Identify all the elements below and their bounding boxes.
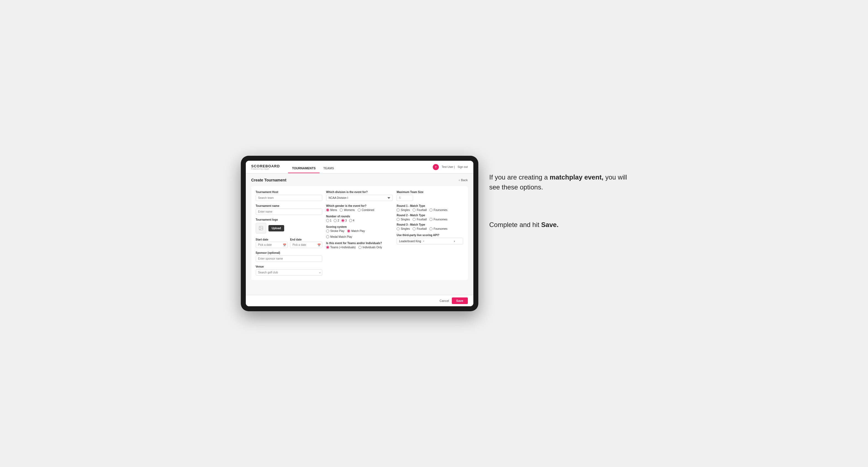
venue-label: Venue [256, 265, 322, 268]
radio-round1-foursomes[interactable]: Foursomes [429, 209, 447, 212]
sponsor-input[interactable] [256, 255, 322, 262]
calendar-icon-end: 📅 [317, 243, 321, 246]
radio-round2-singles[interactable]: Singles [397, 218, 410, 221]
max-team-size-label: Maximum Team Size [397, 191, 463, 194]
avatar: T [433, 164, 439, 170]
division-select[interactable]: NCAA Division I [326, 195, 393, 201]
tournament-logo-label: Tournament logo [256, 218, 322, 221]
radio-mens[interactable]: Mens [326, 209, 337, 212]
radio-round1-singles[interactable]: Singles [397, 209, 410, 212]
radio-match-play[interactable]: Match Play [347, 229, 365, 232]
image-icon [258, 226, 264, 230]
radio-round1-fourball[interactable]: Fourball [412, 209, 427, 212]
radio-stroke-play[interactable]: Stroke Play [326, 229, 344, 232]
upload-button[interactable]: Upload [269, 225, 284, 231]
cancel-button[interactable]: Cancel [440, 299, 449, 302]
annotation-top: If you are creating a matchplay event, y… [489, 172, 627, 192]
start-date-wrapper: 📅 [256, 242, 288, 248]
radio-round2-fourball[interactable]: Fourball [412, 218, 427, 221]
tablet-frame: SCOREBOARD Powered by clippit TOURNAMENT… [241, 156, 478, 311]
radio-round-1[interactable]: 1 [326, 219, 332, 222]
gender-group: Which gender is the event for? Mens Wome… [326, 205, 393, 212]
round1-match-label: Round 1 - Match Type [397, 205, 463, 208]
rounds-group: Number of rounds 1 2 [326, 215, 393, 222]
form-col-2: Which division is the event for? NCAA Di… [326, 191, 393, 276]
radio-medal-match[interactable]: Medal Match Play [326, 235, 352, 238]
round3-options: Singles Fourball Foursomes [397, 227, 463, 230]
radio-round-4[interactable]: 4 [349, 219, 354, 222]
page-body: Create Tournament ‹ Back Tournament Host [246, 174, 473, 295]
tab-tournaments[interactable]: TOURNAMENTS [288, 161, 319, 173]
scoring-group: Scoring system Stroke Play Match Play [326, 225, 393, 238]
scoring-radio-row: Stroke Play Match Play Medal Match Play [326, 229, 393, 238]
save-button[interactable]: Save [452, 298, 468, 304]
nav-right: T Test User | Sign out [433, 164, 468, 170]
radio-combined[interactable]: Combined [358, 209, 374, 212]
api-tag: Leaderboard King × [399, 240, 425, 243]
teams-label: Is this event for Teams and/or Individua… [326, 242, 393, 245]
sign-out-link[interactable]: Sign out [458, 165, 468, 168]
radio-individuals[interactable]: Individuals Only [359, 246, 382, 249]
calendar-icon: 📅 [283, 243, 286, 246]
gender-label: Which gender is the event for? [326, 205, 393, 208]
date-row: Start date 📅 End date [256, 237, 322, 248]
round-match-section: Round 1 - Match Type Singles Fourball [397, 205, 463, 230]
form-col-3: Maximum Team Size Round 1 - Match Type [397, 191, 463, 276]
end-date-label: End date [290, 238, 302, 241]
round2-options: Singles Fourball Foursomes [397, 218, 463, 221]
radio-round-2[interactable]: 2 [334, 219, 339, 222]
round3-match-row: Round 3 - Match Type Singles Fourball [397, 223, 463, 230]
page-footer: Cancel Save [246, 295, 473, 306]
radio-round-3[interactable]: 3 [341, 219, 347, 222]
user-name: Test User | [442, 165, 455, 168]
api-clear-icon[interactable]: × [423, 240, 425, 243]
scoring-label: Scoring system [326, 225, 393, 228]
logo-placeholder [256, 223, 266, 234]
nav-bar: SCOREBOARD Powered by clippit TOURNAMENT… [246, 161, 473, 174]
nav-brand: SCOREBOARD Powered by clippit [251, 164, 280, 170]
division-label: Which division is the event for? [326, 191, 393, 194]
round1-options: Singles Fourball Foursomes [397, 209, 463, 212]
rounds-radio-row: 1 2 3 [326, 219, 393, 222]
form-col-1: Tournament Host Tournament name Tourname… [256, 191, 322, 276]
api-select[interactable]: Leaderboard King × ▾ [397, 238, 463, 244]
tab-teams[interactable]: TEAMS [319, 161, 338, 173]
start-date-label: Start date [256, 238, 269, 241]
venue-select-wrapper: ▾ [256, 269, 322, 276]
tablet-screen: SCOREBOARD Powered by clippit TOURNAMENT… [246, 161, 473, 306]
dates-group: Start date 📅 End date [256, 237, 322, 248]
venue-chevron-icon: ▾ [319, 271, 321, 274]
annotation-bottom: Complete and hit Save. [489, 220, 627, 230]
form-grid: Tournament Host Tournament name Tourname… [251, 186, 468, 280]
tournament-logo-group: Tournament logo Upload [256, 218, 322, 234]
brand-sub: Powered by clippit [251, 168, 280, 170]
round1-match-row: Round 1 - Match Type Singles Fourball [397, 205, 463, 212]
tournament-host-group: Tournament Host [256, 191, 322, 201]
sponsor-group: Sponsor (optional) [256, 251, 322, 262]
radio-round3-fourball[interactable]: Fourball [412, 227, 427, 230]
start-date-group: Start date 📅 [256, 237, 288, 248]
sponsor-label: Sponsor (optional) [256, 251, 322, 254]
round2-match-row: Round 2 - Match Type Singles Fourball [397, 214, 463, 221]
api-label: Use third-party live scoring API? [397, 234, 463, 237]
tournament-name-input[interactable] [256, 209, 322, 215]
round2-match-label: Round 2 - Match Type [397, 214, 463, 217]
radio-womens[interactable]: Womens [340, 209, 354, 212]
logo-upload-area: Upload [256, 223, 322, 234]
tournament-name-label: Tournament name [256, 205, 322, 208]
venue-input[interactable] [256, 269, 322, 276]
tournament-name-group: Tournament name [256, 205, 322, 215]
page-header: Create Tournament ‹ Back [251, 178, 468, 182]
api-chevron-icon: ▾ [454, 240, 455, 243]
radio-teams[interactable]: Teams (+Individuals) [326, 246, 356, 249]
radio-round3-foursomes[interactable]: Foursomes [429, 227, 447, 230]
division-group: Which division is the event for? NCAA Di… [326, 191, 393, 201]
tournament-host-input[interactable] [256, 195, 322, 201]
max-team-size-input[interactable] [397, 195, 413, 201]
round3-match-label: Round 3 - Match Type [397, 223, 463, 226]
end-date-group: End date 📅 [290, 237, 322, 248]
radio-round2-foursomes[interactable]: Foursomes [429, 218, 447, 221]
back-link[interactable]: ‹ Back [459, 178, 468, 182]
page-title: Create Tournament [251, 178, 286, 182]
radio-round3-singles[interactable]: Singles [397, 227, 410, 230]
